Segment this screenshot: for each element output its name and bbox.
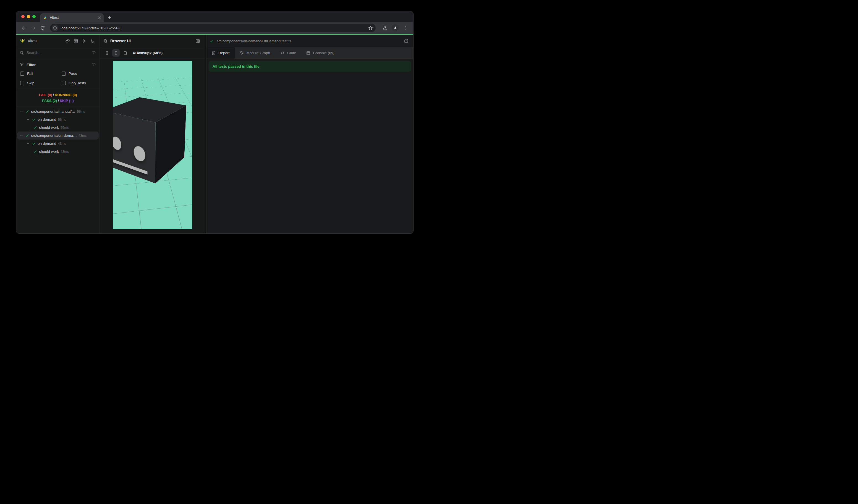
robot-cube bbox=[123, 103, 173, 169]
pass-check-icon bbox=[32, 117, 36, 121]
chevron-down-icon[interactable] bbox=[19, 110, 23, 114]
module-graph-icon bbox=[240, 51, 244, 55]
pass-checkbox[interactable] bbox=[62, 71, 66, 76]
sidebar-header: Vitest bbox=[16, 35, 99, 47]
test-file-row-selected[interactable]: src/components/on-dema… 43ms bbox=[17, 131, 99, 140]
tab-console[interactable]: Console (69) bbox=[301, 47, 339, 59]
brand: Vitest bbox=[20, 38, 61, 44]
test-file-row[interactable]: src/components/manual/… 56ms bbox=[17, 108, 99, 115]
pass-check-icon bbox=[32, 142, 36, 146]
test-case-row[interactable]: should work 55ms bbox=[17, 124, 99, 131]
back-icon[interactable] bbox=[20, 24, 28, 32]
robot-left-eye bbox=[113, 135, 122, 151]
chevron-down-icon[interactable] bbox=[26, 142, 30, 146]
dock-panel-icon[interactable] bbox=[194, 37, 202, 45]
site-info-icon[interactable] bbox=[52, 25, 58, 31]
vitest-logo-icon bbox=[20, 38, 25, 44]
experiments-flask-icon[interactable] bbox=[381, 24, 389, 32]
dark-mode-moon-icon[interactable] bbox=[89, 37, 96, 45]
code-icon bbox=[280, 51, 285, 55]
filter-section: Filter Fail Pass bbox=[16, 58, 99, 90]
file-path-row: src/components/on-demand/OnDemand.test.t… bbox=[210, 39, 400, 43]
close-window-button[interactable] bbox=[21, 15, 25, 18]
running-count: RUNNING (0) bbox=[55, 93, 77, 97]
forward-icon[interactable] bbox=[29, 24, 37, 32]
chevron-down-icon[interactable] bbox=[26, 117, 30, 121]
skip-checkbox[interactable] bbox=[20, 81, 24, 85]
duration: 43ms bbox=[61, 150, 68, 153]
report-body: All tests passed in this file bbox=[206, 59, 413, 233]
test-suite-row[interactable]: on demand 56ms bbox=[17, 115, 99, 124]
duration: 55ms bbox=[61, 126, 68, 130]
filter-title-row: Filter bbox=[20, 61, 96, 68]
report-header: src/components/on-demand/OnDemand.test.t… bbox=[206, 35, 413, 47]
open-external-icon[interactable] bbox=[402, 37, 410, 45]
test-case-row[interactable]: should work 43ms bbox=[17, 148, 99, 156]
tab-code[interactable]: Code bbox=[275, 47, 301, 59]
tab-report[interactable]: Report bbox=[206, 47, 235, 59]
viewport-size-label: 414x896px (68%) bbox=[133, 51, 162, 55]
duration: 43ms bbox=[79, 134, 86, 137]
zoom-window-button[interactable] bbox=[32, 15, 36, 18]
only-tests-checkbox[interactable] bbox=[62, 81, 66, 85]
clear-filter-icon[interactable] bbox=[92, 51, 96, 55]
app-title: Vitest bbox=[28, 39, 37, 43]
globe-icon bbox=[103, 39, 108, 43]
pass-check-icon bbox=[25, 133, 29, 137]
duration: 56ms bbox=[58, 118, 66, 121]
filter-options: Fail Pass Skip Only Tests bbox=[20, 70, 96, 86]
traffic-lights bbox=[16, 11, 40, 22]
filter-option-fail[interactable]: Fail bbox=[20, 70, 61, 77]
browser-tabstrip: Vitest bbox=[16, 11, 413, 22]
clipboard-icon bbox=[211, 51, 216, 55]
pass-check-icon bbox=[25, 110, 29, 114]
menu-dots-icon[interactable] bbox=[402, 24, 410, 32]
bookmark-star-icon[interactable] bbox=[368, 26, 373, 30]
sidebar: Vitest bbox=[16, 35, 100, 233]
device-tablet-icon[interactable] bbox=[121, 49, 129, 56]
clear-filter-icon[interactable] bbox=[92, 63, 96, 67]
run-all-play-icon[interactable] bbox=[80, 37, 88, 45]
search-icon bbox=[20, 51, 24, 55]
browser-window: Vitest localhost:5173/#/?file=1828625563 bbox=[16, 11, 414, 234]
filter-option-only-tests[interactable]: Only Tests bbox=[61, 79, 96, 86]
pass-count: PASS (2) bbox=[42, 99, 57, 103]
tab-module-graph[interactable]: Module Graph bbox=[235, 47, 275, 59]
summary-line-1: FAIL (0)/RUNNING (0) bbox=[16, 92, 99, 98]
report-panel: src/components/on-demand/OnDemand.test.t… bbox=[206, 35, 413, 233]
detach-windows-icon[interactable] bbox=[64, 37, 71, 45]
reload-icon[interactable] bbox=[38, 24, 47, 32]
fail-count: FAIL (0) bbox=[39, 93, 52, 97]
console-icon bbox=[306, 51, 311, 55]
browser-tab[interactable]: Vitest bbox=[40, 13, 104, 22]
fail-checkbox[interactable] bbox=[20, 71, 24, 76]
browser-ui-panel: Browser UI 414x896px (68%) bbox=[100, 35, 205, 233]
new-tab-button[interactable] bbox=[105, 13, 114, 21]
device-phone-plus-icon[interactable] bbox=[112, 49, 120, 56]
search-input[interactable] bbox=[27, 51, 89, 55]
url-text[interactable]: localhost:5173/#/?file=1828625563 bbox=[61, 26, 366, 30]
duration: 56ms bbox=[77, 110, 85, 114]
sidebar-header-actions bbox=[64, 37, 96, 45]
tree-guide-line bbox=[29, 140, 29, 155]
device-phone-small-icon[interactable] bbox=[103, 49, 111, 56]
test-suite-row[interactable]: on demand 43ms bbox=[17, 140, 99, 148]
dashboard-report-icon[interactable] bbox=[72, 37, 80, 45]
test-file-path: src/components/on-demand/OnDemand.test.t… bbox=[217, 39, 291, 43]
tree-guide-line bbox=[36, 148, 36, 155]
test-viewport[interactable] bbox=[113, 61, 192, 229]
filter-option-skip[interactable]: Skip bbox=[20, 79, 61, 86]
tab-close-icon[interactable] bbox=[96, 15, 101, 20]
vitest-ui: Vitest bbox=[16, 35, 413, 233]
filter-option-pass[interactable]: Pass bbox=[61, 70, 96, 77]
device-toolbar: 414x896px (68%) bbox=[100, 47, 205, 59]
chevron-down-icon[interactable] bbox=[19, 133, 23, 137]
browser-toolbar: localhost:5173/#/?file=1828625563 bbox=[16, 22, 413, 34]
url-bar[interactable]: localhost:5173/#/?file=1828625563 bbox=[50, 24, 376, 32]
search-bar bbox=[16, 47, 99, 58]
profile-avatar[interactable] bbox=[392, 24, 399, 32]
all-passed-banner: All tests passed in this file bbox=[209, 61, 411, 72]
test-tree: src/components/manual/… 56ms on demand 5… bbox=[16, 107, 99, 233]
minimize-window-button[interactable] bbox=[27, 15, 30, 18]
chrome-actions bbox=[379, 24, 410, 32]
